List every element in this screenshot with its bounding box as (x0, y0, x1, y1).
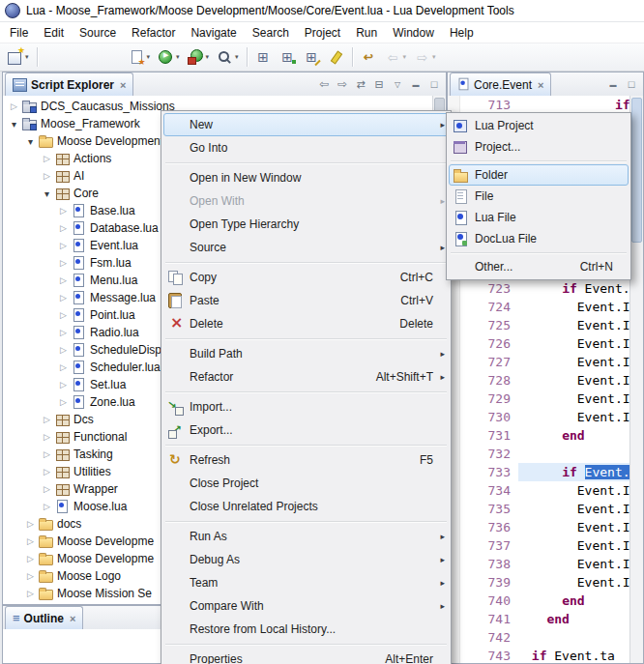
menu-item-paste[interactable]: PasteCtrl+V (163, 289, 449, 312)
back-button[interactable]: ▾ (381, 44, 411, 70)
code-line-731[interactable]: 731end (448, 426, 643, 445)
code-line-737[interactable]: 737Event.I (448, 536, 643, 555)
menu-item-team[interactable]: Team▸ (163, 571, 449, 594)
menu-item-properties[interactable]: PropertiesAlt+Enter (163, 648, 449, 664)
table-realtime-button[interactable] (276, 44, 300, 70)
expand-arrow-icon[interactable]: ▷ (23, 554, 38, 563)
table-view-button[interactable] (251, 44, 276, 70)
code-line-733[interactable]: 733if Event. (448, 463, 643, 481)
dropdown-arrow-icon[interactable]: ▾ (176, 53, 180, 61)
close-icon[interactable]: × (120, 79, 126, 91)
menu-item-close-unrelated-projects[interactable]: Close Unrelated Projects (163, 495, 449, 518)
run-button[interactable]: ▾ (154, 44, 184, 70)
expand-arrow-icon[interactable]: ▷ (40, 154, 54, 163)
code-line-743[interactable]: 743if Event.ta (448, 647, 643, 663)
menu-item-run-as[interactable]: Run As▸ (163, 525, 449, 548)
menu-item-project[interactable]: Project... (449, 136, 629, 158)
code-line-736[interactable]: 736Event.I (448, 518, 643, 536)
menu-item-build-path[interactable]: Build Path▸ (163, 342, 449, 365)
expand-arrow-icon[interactable]: ▷ (56, 380, 71, 390)
code-line-735[interactable]: 735Event.I (448, 500, 643, 518)
close-icon[interactable]: × (538, 79, 543, 91)
expand-arrow-icon[interactable]: ▷ (56, 275, 71, 285)
code-line-739[interactable]: 739Event.I (448, 573, 643, 592)
menu-source[interactable]: Source (72, 23, 124, 43)
menu-item-open-in-new-window[interactable]: Open in New Window (163, 166, 449, 189)
last-edit-location-button[interactable] (357, 44, 381, 70)
new-lua-script-button[interactable]: ▾ (125, 44, 155, 70)
dropdown-arrow-icon[interactable]: ▾ (235, 53, 239, 61)
expand-arrow-icon[interactable]: ▷ (40, 415, 54, 424)
menu-window[interactable]: Window (385, 23, 442, 43)
maximize-icon[interactable] (623, 75, 640, 93)
menu-item-open-type-hierarchy[interactable]: Open Type Hierarchy (163, 213, 449, 236)
minimize-icon[interactable] (604, 75, 622, 93)
code-line-726[interactable]: 726Event.I (448, 334, 643, 353)
code-line-724[interactable]: 724Event.I (448, 298, 643, 316)
menu-refactor[interactable]: Refactor (124, 23, 183, 43)
menu-search[interactable]: Search (245, 23, 297, 43)
menu-item-new[interactable]: New▸ (163, 113, 449, 136)
expand-arrow-icon[interactable]: ▷ (23, 589, 38, 598)
code-line-732[interactable]: 732 (448, 445, 643, 463)
menu-file[interactable]: File (2, 23, 36, 43)
view-menu-icon[interactable] (389, 75, 406, 93)
menu-item-refresh[interactable]: RefreshF5 (163, 448, 449, 472)
menu-item-doclua-file[interactable]: DocLua File (449, 228, 629, 249)
expand-arrow-icon[interactable]: ▷ (56, 310, 71, 320)
tab-script-explorer[interactable]: Script Explorer × (5, 72, 133, 96)
minimize-icon[interactable] (407, 75, 424, 93)
code-line-723[interactable]: 723if Event. (448, 279, 643, 298)
back-icon[interactable] (315, 75, 333, 93)
expand-arrow-icon[interactable]: ▷ (23, 519, 38, 529)
menu-project[interactable]: Project (297, 23, 348, 43)
expand-arrow-icon[interactable]: ▷ (56, 328, 71, 337)
code-line-740[interactable]: 740end (448, 592, 643, 610)
code-line-738[interactable]: 738Event.I (448, 555, 643, 573)
maximize-icon[interactable] (425, 75, 443, 93)
external-tools-button[interactable]: ▾ (184, 44, 214, 70)
code-line-725[interactable]: 725Event.I (448, 316, 643, 334)
menu-item-copy[interactable]: CopyCtrl+C (163, 266, 449, 289)
dropdown-arrow-icon[interactable]: ▾ (147, 53, 151, 61)
expand-arrow-icon[interactable]: ▷ (40, 502, 54, 511)
expand-arrow-icon[interactable]: ▷ (23, 571, 38, 581)
expand-arrow-icon[interactable]: ▷ (56, 241, 71, 250)
menu-item-folder[interactable]: Folder (449, 164, 629, 186)
code-line-741[interactable]: 741end (448, 610, 643, 628)
expand-arrow-icon[interactable]: ▷ (40, 467, 54, 476)
expand-arrow-icon[interactable]: ▷ (56, 258, 71, 268)
menu-item-delete[interactable]: DeleteDelete (163, 312, 449, 335)
menu-item-lua-project[interactable]: Lua Project (449, 115, 629, 136)
link-with-editor-icon[interactable] (352, 75, 369, 93)
forward-icon[interactable] (334, 75, 351, 93)
expand-arrow-icon[interactable]: ▷ (56, 206, 71, 216)
code-line-734[interactable]: 734Event.I (448, 481, 643, 500)
expand-arrow-icon[interactable]: ▷ (7, 101, 21, 111)
menu-item-lua-file[interactable]: Lua File (449, 207, 629, 228)
dropdown-arrow-icon[interactable]: ▾ (25, 53, 29, 61)
menu-help[interactable]: Help (442, 23, 482, 43)
tab-core-event[interactable]: Core.Event × (450, 72, 551, 96)
expand-arrow-icon[interactable]: ▷ (56, 397, 71, 407)
expand-arrow-icon[interactable]: ▷ (40, 171, 54, 181)
expand-arrow-icon[interactable]: ▷ (40, 484, 54, 494)
expand-arrow-icon[interactable]: ▷ (56, 293, 71, 303)
menu-item-export[interactable]: Export... (163, 419, 449, 442)
editor-scrollbar[interactable] (629, 96, 643, 663)
menu-item-other[interactable]: Other...Ctrl+N (449, 256, 629, 277)
menu-item-restore-from-local-history[interactable]: Restore from Local History... (163, 618, 449, 641)
dropdown-arrow-icon[interactable]: ▾ (403, 53, 407, 61)
expand-arrow-icon[interactable]: ▷ (40, 449, 54, 459)
code-line-728[interactable]: 728Event.I (448, 371, 643, 390)
scrollbar-thumb[interactable] (631, 98, 642, 243)
expand-arrow-icon[interactable]: ▷ (23, 536, 38, 546)
new-wizard-button[interactable]: ▾ (3, 44, 33, 70)
menu-item-refactor[interactable]: RefactorAlt+Shift+T▸ (163, 365, 449, 389)
menu-item-go-into[interactable]: Go Into (163, 136, 449, 159)
close-icon[interactable]: × (70, 613, 75, 624)
collapse-all-icon[interactable] (370, 75, 388, 93)
code-line-727[interactable]: 727Event.I (448, 353, 643, 371)
code-line-742[interactable]: 742 (448, 628, 643, 647)
forward-button[interactable]: ▾ (410, 44, 440, 70)
